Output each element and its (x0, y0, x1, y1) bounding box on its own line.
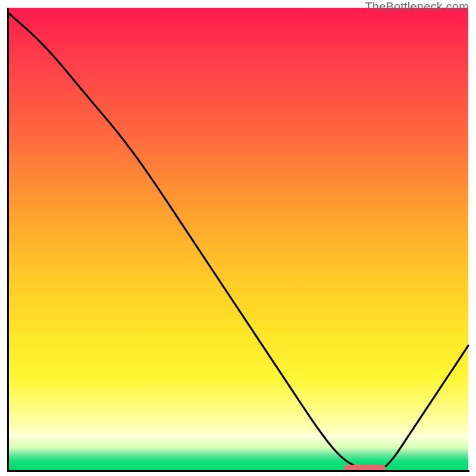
y-axis (7, 8, 9, 472)
bottleneck-curve (8, 8, 468, 471)
watermark-label: TheBottleneck.com (365, 0, 469, 14)
bottleneck-chart: TheBottleneck.com (0, 0, 476, 476)
x-axis (7, 470, 469, 472)
